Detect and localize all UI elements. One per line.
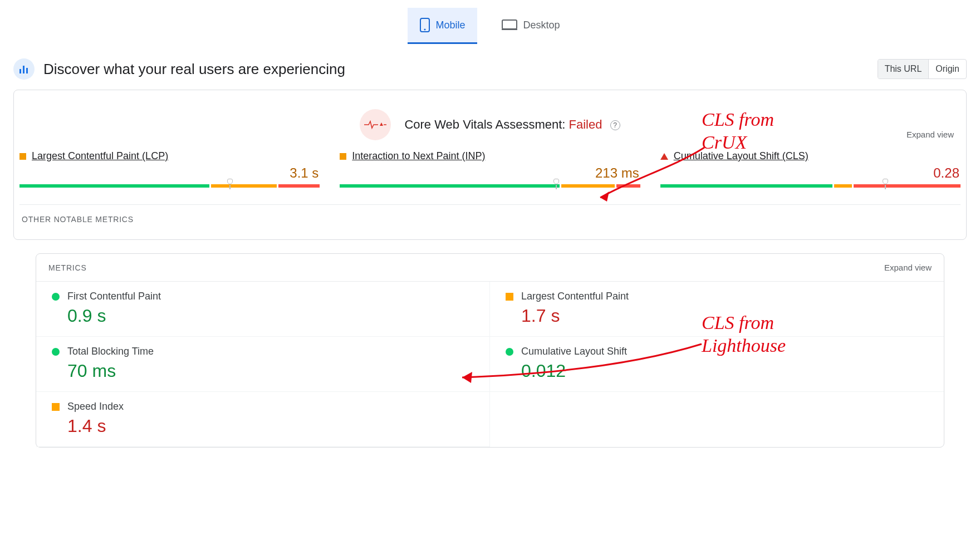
page-title: Discover what your real users are experi… bbox=[43, 61, 345, 78]
cwv-pin bbox=[553, 179, 559, 184]
cwv-dist-bar bbox=[19, 184, 320, 188]
metric-value: 70 ms bbox=[52, 361, 474, 381]
metrics-expand-link[interactable]: Expand view bbox=[884, 263, 932, 272]
metric-value: 1.7 s bbox=[506, 306, 928, 326]
svg-rect-2 bbox=[502, 20, 517, 29]
dist-segment bbox=[561, 184, 615, 188]
svg-rect-5 bbox=[23, 66, 24, 73]
svg-rect-4 bbox=[19, 69, 21, 73]
dist-segment bbox=[340, 184, 560, 188]
tab-mobile-label: Mobile bbox=[435, 19, 465, 31]
svg-rect-3 bbox=[502, 29, 517, 30]
svg-marker-7 bbox=[380, 122, 383, 126]
assessment-status: Failed bbox=[569, 117, 602, 131]
metric-cell: Speed Index 1.4 s bbox=[36, 392, 490, 447]
seg-origin[interactable]: Origin bbox=[929, 60, 966, 78]
tab-mobile[interactable]: Mobile bbox=[408, 8, 477, 44]
metric-name: Speed Index bbox=[67, 401, 124, 412]
seg-this-url[interactable]: This URL bbox=[878, 60, 929, 78]
help-icon[interactable]: ? bbox=[610, 120, 620, 130]
expand-view-link[interactable]: Expand view bbox=[906, 130, 954, 139]
cwv-name-link[interactable]: Largest Contentful Paint (LCP) bbox=[32, 150, 168, 162]
pulse-icon bbox=[360, 109, 391, 140]
metric-value: 0.9 s bbox=[52, 306, 474, 326]
square-icon bbox=[340, 153, 346, 160]
other-metrics-heading: OTHER NOTABLE METRICS bbox=[14, 205, 966, 239]
square-icon bbox=[19, 153, 26, 160]
assessment-text: Core Web Vitals Assessment: Failed ? bbox=[404, 117, 620, 132]
metric-name: First Contentful Paint bbox=[67, 291, 161, 302]
desktop-icon bbox=[502, 19, 517, 31]
tab-desktop[interactable]: Desktop bbox=[489, 8, 572, 44]
cwv-assessment: Core Web Vitals Assessment: Failed ? Exp… bbox=[14, 90, 966, 146]
dist-segment bbox=[854, 184, 961, 188]
cwv-value: 3.1 s bbox=[19, 162, 320, 184]
cwv-pin bbox=[227, 179, 233, 184]
triangle-icon bbox=[660, 153, 668, 160]
square-icon bbox=[506, 293, 513, 301]
metric-value: 0.012 bbox=[506, 361, 928, 381]
tab-desktop-label: Desktop bbox=[523, 19, 560, 31]
metric-cell: First Contentful Paint 0.9 s bbox=[36, 282, 490, 337]
svg-point-1 bbox=[424, 29, 426, 31]
metric-value: 1.4 s bbox=[52, 416, 474, 436]
cwv-card: Interaction to Next Paint (INP) 213 ms bbox=[340, 150, 640, 188]
dist-segment bbox=[278, 184, 320, 188]
circle-icon bbox=[52, 293, 60, 301]
circle-icon bbox=[506, 348, 513, 356]
cwv-metrics-row: Largest Contentful Paint (LCP) 3.1 s Int… bbox=[14, 146, 966, 204]
dist-segment bbox=[616, 184, 640, 188]
cwv-name-link[interactable]: Interaction to Next Paint (INP) bbox=[352, 150, 485, 162]
cwv-dist-bar bbox=[340, 184, 640, 188]
device-tabs: Mobile Desktop bbox=[13, 8, 967, 58]
scope-segmented: This URL Origin bbox=[878, 59, 967, 79]
cwv-card: Cumulative Layout Shift (CLS) 0.28 bbox=[660, 150, 961, 188]
cwv-dist-bar bbox=[660, 184, 961, 188]
cwv-value: 0.28 bbox=[660, 162, 961, 184]
metrics-heading: METRICS bbox=[48, 263, 87, 272]
dist-segment bbox=[660, 184, 832, 188]
mobile-icon bbox=[420, 18, 430, 32]
cwv-pin bbox=[883, 179, 888, 184]
metric-cell: Cumulative Layout Shift 0.012 bbox=[490, 337, 944, 392]
header-chart-icon bbox=[13, 58, 35, 80]
metrics-grid: First Contentful Paint 0.9 s Largest Con… bbox=[36, 282, 944, 447]
dist-segment bbox=[211, 184, 276, 188]
metric-name: Largest Contentful Paint bbox=[521, 291, 629, 302]
dist-segment bbox=[19, 184, 209, 188]
metric-name: Cumulative Layout Shift bbox=[521, 346, 627, 357]
metric-name: Total Blocking Time bbox=[67, 346, 154, 357]
cwv-value: 213 ms bbox=[340, 162, 640, 184]
discover-header: Discover what your real users are experi… bbox=[13, 58, 967, 80]
cwv-name-link[interactable]: Cumulative Layout Shift (CLS) bbox=[674, 150, 808, 162]
assessment-label: Core Web Vitals Assessment: bbox=[404, 117, 569, 131]
crux-panel: Core Web Vitals Assessment: Failed ? Exp… bbox=[13, 90, 967, 240]
metric-cell: Largest Contentful Paint 1.7 s bbox=[490, 282, 944, 337]
metric-cell: Total Blocking Time 70 ms bbox=[36, 337, 490, 392]
svg-rect-6 bbox=[26, 68, 28, 73]
metrics-head: METRICS Expand view bbox=[36, 254, 944, 282]
lighthouse-panel: METRICS Expand view First Contentful Pai… bbox=[36, 253, 944, 448]
dist-segment bbox=[834, 184, 852, 188]
cwv-card: Largest Contentful Paint (LCP) 3.1 s bbox=[19, 150, 320, 188]
square-icon bbox=[52, 403, 60, 411]
circle-icon bbox=[52, 348, 60, 356]
